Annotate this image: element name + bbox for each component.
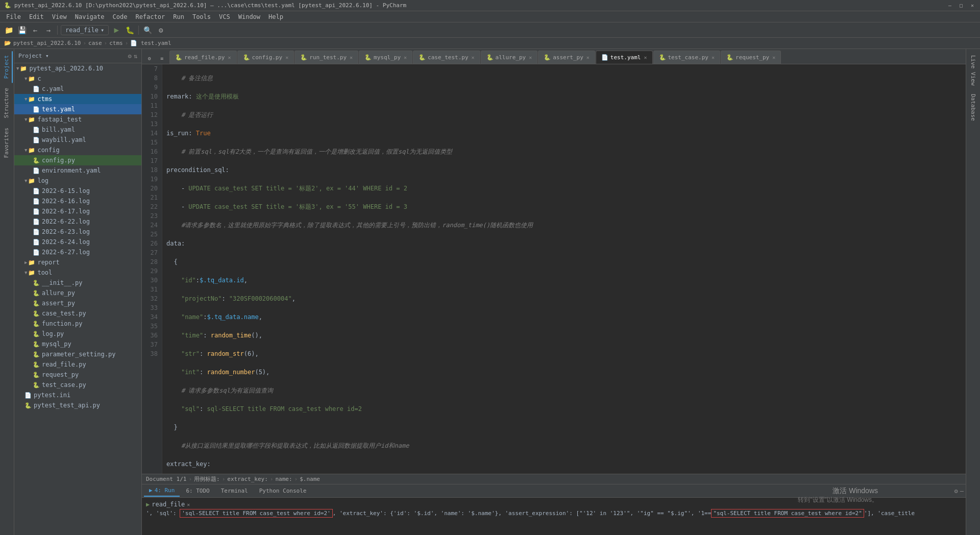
run-button[interactable]: ▶ <box>111 25 122 36</box>
menu-vcs[interactable]: VCS <box>215 12 234 21</box>
tree-item-log3[interactable]: 📄 2022-6-17.log <box>14 206 141 216</box>
toolbar-settings-btn[interactable]: ⚙ <box>155 25 166 36</box>
tree-item-case-test[interactable]: 🐍 case_test.py <box>14 308 141 319</box>
tree-item-test-yaml[interactable]: 📄 test.yaml <box>14 104 141 114</box>
tab-close-mysql[interactable]: ✕ <box>404 55 407 60</box>
tree-item-param[interactable]: 🐍 parameter_setting.py <box>14 349 141 359</box>
tree-item-c-yaml[interactable]: 📄 c.yaml <box>14 84 141 94</box>
tree-item-read-file[interactable]: 🐍 read_file.py <box>14 359 141 370</box>
tree-item-init[interactable]: 🐍 __init__.py <box>14 278 141 288</box>
nav-case-title[interactable]: 用例标题: <box>194 475 220 483</box>
toolbar-save-btn[interactable]: 💾 <box>16 25 28 36</box>
right-tab-live-view[interactable]: Live View <box>968 51 978 90</box>
tree-item-assert[interactable]: 🐍 assert_py <box>14 298 141 308</box>
tab-read-file[interactable]: 🐍 read_file.py ✕ <box>169 51 237 64</box>
bottom-tab-python-console[interactable]: Python Console <box>254 485 312 497</box>
menu-code[interactable]: Code <box>109 12 132 21</box>
breadcrumb-file[interactable]: 📄 test.yaml <box>130 40 171 46</box>
toolbar-search-btn[interactable]: 🔍 <box>142 25 153 36</box>
sidebar-icon-cog[interactable]: ⚙ <box>128 53 132 60</box>
tree-item-config[interactable]: ▼ 📁 config <box>14 145 141 155</box>
tree-item-request[interactable]: 🐍 request_py <box>14 370 141 380</box>
tree-item-log7[interactable]: 📄 2022-6-27.log <box>14 247 141 257</box>
tree-item-allure[interactable]: 🐍 allure_py <box>14 288 141 298</box>
tree-item-log4[interactable]: 📄 2022-6-22.log <box>14 216 141 227</box>
toolbar-forward-btn[interactable]: → <box>43 25 54 36</box>
menu-navigate[interactable]: Navigate <box>71 12 109 21</box>
debug-button[interactable]: 🐛 <box>124 25 135 36</box>
breadcrumb-ctms[interactable]: ctms <box>109 40 123 46</box>
tab-close-request[interactable]: ✕ <box>772 55 775 60</box>
menu-edit[interactable]: Edit <box>25 12 48 21</box>
tree-item-report[interactable]: ▶ 📁 report <box>14 257 141 268</box>
bottom-panel-settings-icon[interactable]: ⚙ <box>954 488 958 495</box>
tab-case-test[interactable]: 🐍 case_test.py ✕ <box>413 51 480 64</box>
tab-test-case[interactable]: 🐍 test_case.py ✕ <box>653 51 721 64</box>
menu-view[interactable]: View <box>48 12 71 21</box>
bottom-tab-terminal[interactable]: Terminal <box>216 485 253 497</box>
left-tab-structure[interactable]: Structure <box>1 84 13 123</box>
tab-config[interactable]: 🐍 config.py ✕ <box>237 51 295 64</box>
tab-assert[interactable]: 🐍 assert_py ✕ <box>538 51 595 64</box>
tab-close-allure[interactable]: ✕ <box>529 55 532 60</box>
tab-run-test[interactable]: 🐍 run_test.py ✕ <box>295 51 358 64</box>
tab-close-read-file[interactable]: ✕ <box>228 55 231 60</box>
bottom-tab-run[interactable]: ▶ 4: Run <box>144 485 180 497</box>
tab-test-yaml[interactable]: 📄 test.yaml ✕ <box>596 51 653 64</box>
maximize-button[interactable]: □ <box>958 2 965 9</box>
tree-item-c[interactable]: ▼ 📁 c <box>14 74 141 84</box>
breadcrumb-case[interactable]: case <box>88 40 102 46</box>
menu-tools[interactable]: Tools <box>188 12 215 21</box>
code-content[interactable]: # 备注信息 remark: 这个是使用模板 # 是否运行 is_run: Tr… <box>162 64 966 474</box>
tree-item-root[interactable]: ▼ 📁 pytest_api_2022.6.10 <box>14 63 141 74</box>
tab-mysql[interactable]: 🐍 mysql_py ✕ <box>359 51 412 64</box>
tree-item-ctms[interactable]: ▼ 📁 ctms <box>14 94 141 104</box>
tree-item-log5[interactable]: 📄 2022-6-23.log <box>14 227 141 237</box>
nav-extract-key[interactable]: extract_key: <box>227 476 267 482</box>
tree-item-waybill[interactable]: 📄 waybill.yaml <box>14 135 141 145</box>
menu-file[interactable]: File <box>2 12 25 21</box>
tree-item-pytest-ini[interactable]: 📄 pytest.ini <box>14 390 141 400</box>
menu-window[interactable]: Window <box>234 12 264 21</box>
tree-item-pytest-test-api[interactable]: 🐍 pytest_test_api.py <box>14 400 141 410</box>
tab-request[interactable]: 🐍 request_py ✕ <box>721 51 781 64</box>
bottom-panel-close-icon[interactable]: — <box>960 488 964 495</box>
right-tab-database[interactable]: Database <box>968 90 978 125</box>
sidebar-icon-expand[interactable]: ⇅ <box>134 53 137 60</box>
left-tab-favorites[interactable]: Favorites <box>1 124 13 162</box>
minimize-button[interactable]: – <box>946 2 953 9</box>
menu-help[interactable]: Help <box>264 12 287 21</box>
tab-allure[interactable]: 🐍 allure_py ✕ <box>481 51 538 64</box>
bottom-tab-todo[interactable]: 6: TODO <box>181 485 214 497</box>
run-tab-close-btn[interactable]: ✕ <box>187 502 190 507</box>
breadcrumb-root[interactable]: pytest_api_2022.6.10 <box>13 40 81 46</box>
tree-item-log-py[interactable]: 🐍 log.py <box>14 329 141 339</box>
tab-list-icon[interactable]: ≡ <box>156 53 167 64</box>
tab-close-case-test[interactable]: ✕ <box>472 55 475 60</box>
tab-close-test-case[interactable]: ✕ <box>712 55 715 60</box>
tree-item-config-py[interactable]: 🐍 config.py <box>14 155 141 165</box>
tree-item-mysql[interactable]: 🐍 mysql_py <box>14 339 141 349</box>
run-config-selector[interactable]: read_file ▾ <box>61 25 109 35</box>
tree-item-function[interactable]: 🐍 function.py <box>14 319 141 329</box>
menu-run[interactable]: Run <box>169 12 188 21</box>
tree-item-log6[interactable]: 📄 2022-6-24.log <box>14 237 141 247</box>
tree-item-fastapi[interactable]: ▼ 📁 fastapi_test <box>14 114 141 125</box>
nav-name[interactable]: name: <box>275 476 292 482</box>
left-tab-project[interactable]: Project <box>1 51 13 83</box>
tab-close-run-test[interactable]: ✕ <box>350 55 353 60</box>
tree-item-log1[interactable]: 📄 2022-6-15.log <box>14 186 141 196</box>
tab-config-icon[interactable]: ⚙ <box>144 53 155 64</box>
menu-refactor[interactable]: Refactor <box>131 12 169 21</box>
tab-close-test-yaml[interactable]: ✕ <box>644 55 647 60</box>
tree-item-test-case-tool[interactable]: 🐍 test_case.py <box>14 380 141 390</box>
tree-item-tool[interactable]: ▼ 📁 tool <box>14 268 141 278</box>
close-button[interactable]: ✕ <box>969 2 976 9</box>
tree-item-bill[interactable]: 📄 bill.yaml <box>14 125 141 135</box>
tree-item-env-yaml[interactable]: 📄 environment.yaml <box>14 165 141 176</box>
tab-close-config[interactable]: ✕ <box>285 55 288 60</box>
tab-close-assert[interactable]: ✕ <box>586 55 590 60</box>
tree-item-log2[interactable]: 📄 2022-6-16.log <box>14 196 141 206</box>
tree-item-log[interactable]: ▼ 📁 log <box>14 176 141 186</box>
toolbar-open-btn[interactable]: 📁 <box>3 25 14 36</box>
